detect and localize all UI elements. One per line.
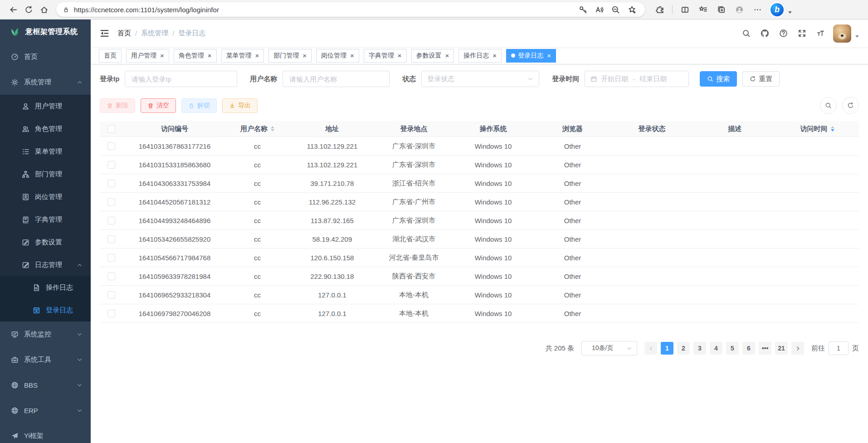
delete-button[interactable]: 删除	[100, 98, 135, 113]
tab-字典管理[interactable]: 字典管理×	[364, 49, 407, 63]
page-size-select[interactable]: 10条/页	[581, 341, 637, 355]
close-icon[interactable]: ×	[255, 52, 259, 59]
user-avatar[interactable]	[833, 24, 851, 43]
page-button-6[interactable]: 6	[742, 342, 755, 355]
bing-chat-button[interactable]: b	[770, 3, 784, 16]
clear-button[interactable]: 清空	[141, 98, 176, 113]
sort-asc-icon[interactable]	[831, 126, 834, 128]
row-checkbox[interactable]	[107, 142, 115, 150]
close-icon[interactable]: ×	[445, 52, 449, 59]
browser-refresh-button[interactable]	[21, 2, 36, 17]
tab-操作日志[interactable]: 操作日志×	[458, 49, 502, 63]
browser-home-button[interactable]	[36, 2, 52, 17]
sort-asc-icon[interactable]	[271, 126, 274, 128]
sidebar-item-yi-framework[interactable]: Yi框架	[0, 423, 91, 443]
browser-menu-button[interactable]	[750, 2, 765, 17]
sidebar-item-dept-mgmt[interactable]: 部门管理	[0, 163, 91, 185]
end-date-placeholder[interactable]: 结束日期	[639, 75, 667, 83]
fullscreen-button[interactable]	[796, 28, 808, 39]
close-icon[interactable]: ×	[350, 52, 354, 59]
sidebar-item-user-mgmt[interactable]: 用户管理	[0, 95, 91, 117]
page-button-5[interactable]: 5	[726, 342, 739, 355]
sidebar-item-erp[interactable]: ERP	[0, 398, 91, 423]
status-select[interactable]: 登录状态	[421, 71, 539, 87]
avatar-caret-icon[interactable]	[855, 35, 859, 38]
sort-carets-icon[interactable]	[831, 126, 834, 131]
close-icon[interactable]: ×	[160, 52, 164, 59]
zoom-out-button[interactable]	[609, 3, 622, 16]
breadcrumb-item[interactable]: 首页	[117, 29, 131, 38]
row-checkbox[interactable]	[107, 254, 115, 262]
sidebar-item-menu-mgmt[interactable]: 菜单管理	[0, 140, 91, 163]
url-text[interactable]: https://ccnetcore.com:1101/system/log/lo…	[74, 6, 576, 14]
sidebar-item-operation-log[interactable]: 操作日志	[0, 276, 91, 299]
browser-profile-button[interactable]	[731, 2, 747, 17]
sidebar-item-home[interactable]: 首页	[0, 44, 91, 69]
toggle-search-button[interactable]	[820, 97, 837, 114]
refresh-table-button[interactable]	[842, 97, 859, 114]
close-icon[interactable]: ×	[547, 52, 551, 59]
next-page-button[interactable]	[791, 342, 804, 355]
row-checkbox[interactable]	[107, 273, 115, 280]
tab-登录日志[interactable]: 登录日志×	[506, 49, 556, 63]
reset-button[interactable]: 重置	[742, 71, 780, 87]
search-button[interactable]: 搜索	[700, 71, 737, 87]
split-screen-button[interactable]	[677, 2, 692, 17]
row-checkbox[interactable]	[107, 291, 115, 299]
user-name-input[interactable]	[288, 75, 384, 83]
user-name-field[interactable]	[283, 71, 390, 87]
date-range-picker[interactable]: 开始日期 - 结束日期	[585, 71, 689, 87]
tab-菜单管理[interactable]: 菜单管理×	[221, 49, 264, 63]
tab-岗位管理[interactable]: 岗位管理×	[316, 49, 359, 63]
sidebar-item-system-monitor[interactable]: 系统监控	[0, 321, 91, 347]
close-icon[interactable]: ×	[208, 52, 212, 59]
sidebar-item-dict-mgmt[interactable]: 字典管理	[0, 208, 91, 231]
start-date-placeholder[interactable]: 开始日期	[601, 75, 628, 83]
add-favorite-button[interactable]	[625, 3, 639, 16]
sidebar-item-log-mgmt[interactable]: 日志管理	[0, 253, 91, 276]
column-header-2[interactable]: 用户名称	[227, 125, 288, 133]
export-button[interactable]: 导出	[222, 98, 258, 113]
breadcrumb-item[interactable]: 登录日志	[178, 29, 205, 38]
row-checkbox[interactable]	[107, 217, 115, 224]
sidebar-toggle-button[interactable]	[100, 29, 109, 38]
row-checkbox[interactable]	[107, 180, 115, 187]
sidebar-item-system-tools[interactable]: 系统工具	[0, 347, 91, 372]
page-button-1[interactable]: 1	[661, 342, 673, 355]
page-button-21[interactable]: 21	[775, 342, 788, 355]
column-header-9[interactable]: 访问时间	[775, 125, 859, 133]
tab-部门管理[interactable]: 部门管理×	[268, 49, 312, 63]
page-button-3[interactable]: 3	[693, 342, 706, 355]
goto-page-input[interactable]	[829, 341, 848, 355]
sidebar-item-role-mgmt[interactable]: 角色管理	[0, 117, 91, 140]
sidebar-item-param-settings[interactable]: 参数设置	[0, 231, 91, 253]
sort-desc-icon[interactable]	[271, 129, 274, 131]
row-checkbox[interactable]	[107, 235, 115, 243]
sidebar-item-bbs[interactable]: BBS	[0, 372, 91, 398]
prev-page-button[interactable]	[644, 342, 657, 355]
close-icon[interactable]: ×	[302, 52, 307, 59]
tab-用户管理[interactable]: 用户管理×	[126, 49, 169, 63]
sort-carets-icon[interactable]	[271, 126, 274, 131]
font-size-button[interactable]	[814, 28, 826, 39]
breadcrumb-item[interactable]: 系统管理	[141, 29, 168, 38]
help-button[interactable]	[777, 28, 789, 39]
read-aloud-button[interactable]	[592, 3, 606, 16]
select-all-checkbox[interactable]	[107, 125, 115, 133]
login-ip-input[interactable]	[131, 75, 231, 83]
close-icon[interactable]: ×	[493, 52, 497, 59]
sort-desc-icon[interactable]	[831, 129, 834, 131]
page-button-4[interactable]: 4	[710, 342, 722, 355]
sidebar-item-system-mgmt[interactable]: 系统管理	[0, 69, 91, 95]
more-pages-button[interactable]: •••	[759, 342, 771, 355]
app-logo[interactable]: 意框架管理系统	[0, 19, 91, 44]
close-icon[interactable]: ×	[398, 52, 402, 59]
browser-back-button[interactable]	[5, 2, 21, 17]
sidebar-item-post-mgmt[interactable]: 岗位管理	[0, 185, 91, 208]
address-bar[interactable]: https://ccnetcore.com:1101/system/log/lo…	[56, 2, 645, 17]
row-checkbox[interactable]	[107, 161, 115, 169]
login-ip-field[interactable]	[125, 71, 237, 87]
tab-首页[interactable]: 首页	[99, 49, 122, 63]
password-key-button[interactable]	[576, 3, 590, 16]
row-checkbox[interactable]	[107, 310, 115, 317]
